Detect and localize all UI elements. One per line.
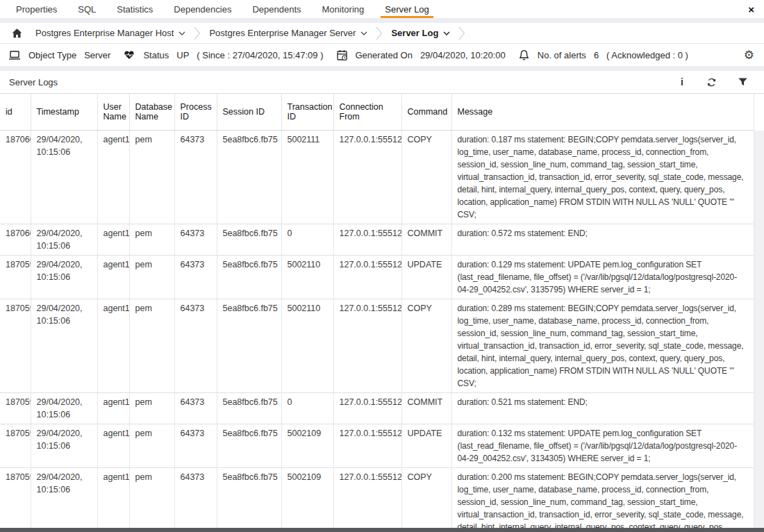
status-group: Status UP ( Since : 27/04/2020, 15:47:09… bbox=[123, 49, 323, 60]
vertical-scrollbar[interactable] bbox=[754, 131, 764, 528]
table-header-row: id Timestamp User Name Database Name Pro… bbox=[0, 94, 754, 130]
log-grid-container: id Timestamp User Name Database Name Pro… bbox=[0, 94, 764, 532]
cell-user-name: agent1 bbox=[97, 255, 129, 299]
cell-command: COPY bbox=[401, 130, 451, 224]
tab-properties[interactable]: Properties bbox=[6, 0, 67, 18]
column-header-timestamp[interactable]: Timestamp bbox=[31, 94, 97, 130]
cell-id: 1870601 bbox=[0, 130, 31, 224]
info-icon[interactable]: i bbox=[679, 76, 686, 88]
tab-statistics[interactable]: Statistics bbox=[106, 0, 163, 18]
cell-user-name: agent1 bbox=[97, 424, 129, 467]
column-header-user-name[interactable]: User Name bbox=[97, 94, 129, 130]
cell-timestamp: 29/04/2020, 10:15:06 bbox=[31, 130, 97, 224]
cell-session-id: 5ea8fbc6.fb75 bbox=[217, 424, 281, 467]
cell-process-id: 64373 bbox=[174, 392, 217, 424]
generated-on-label: Generated On bbox=[356, 50, 413, 60]
tab-label: Statistics bbox=[117, 4, 153, 15]
breadcrumb-item-host[interactable]: Postgres Enterprise Manager Host bbox=[27, 28, 194, 38]
pem-server-log-screen: Properties SQL Statistics Dependencies D… bbox=[0, 0, 764, 532]
cell-user-name: agent1 bbox=[97, 467, 129, 532]
table-row[interactable]: 1870597 29/04/2020, 10:15:06 agent1 pem … bbox=[0, 392, 754, 424]
chevron-down-icon bbox=[443, 31, 450, 35]
home-icon[interactable] bbox=[7, 28, 27, 39]
cell-connection-from: 127.0.0.1:55512 bbox=[333, 255, 401, 299]
cell-database-name: pem bbox=[129, 299, 174, 392]
column-header-session-id[interactable]: Session ID bbox=[217, 94, 281, 130]
server-logs-table: id Timestamp User Name Database Name Pro… bbox=[0, 94, 754, 532]
breadcrumb-separator-icon bbox=[458, 26, 465, 41]
bell-icon bbox=[518, 49, 530, 61]
breadcrumb-item-server[interactable]: Postgres Enterprise Manager Server bbox=[201, 28, 376, 38]
alerts-value: 6 bbox=[594, 50, 599, 60]
cell-user-name: agent1 bbox=[97, 392, 129, 424]
cell-message: duration: 0.132 ms statement: UPDATE pem… bbox=[451, 424, 754, 467]
cell-session-id: 5ea8fbc6.fb75 bbox=[217, 255, 281, 299]
column-header-connection-from[interactable]: Connection From bbox=[333, 94, 401, 130]
cell-user-name: agent1 bbox=[97, 224, 129, 255]
cell-command: UPDATE bbox=[401, 255, 451, 299]
cell-id: 1870595 bbox=[0, 467, 31, 532]
table-row[interactable]: 1870598 29/04/2020, 10:15:06 agent1 pem … bbox=[0, 299, 754, 392]
chevron-down-icon bbox=[178, 31, 185, 35]
cell-database-name: pem bbox=[129, 467, 174, 532]
tab-dependencies[interactable]: Dependencies bbox=[163, 0, 242, 18]
panel-header: Server Logs i bbox=[0, 71, 764, 94]
log-table-body: 1870601 29/04/2020, 10:15:06 agent1 pem … bbox=[0, 130, 754, 532]
tab-monitoring[interactable]: Monitoring bbox=[312, 0, 375, 18]
refresh-icon[interactable] bbox=[706, 77, 717, 88]
status-since: ( Since : 27/04/2020, 15:47:09 ) bbox=[197, 50, 323, 60]
cell-database-name: pem bbox=[129, 224, 174, 255]
cell-session-id: 5ea8fbc6.fb75 bbox=[217, 130, 281, 224]
cell-database-name: pem bbox=[129, 392, 174, 424]
status-value: UP bbox=[176, 50, 189, 60]
column-header-database-name[interactable]: Database Name bbox=[129, 94, 174, 130]
cell-transaction-id: 0 bbox=[281, 392, 333, 424]
table-row[interactable]: 1870600 29/04/2020, 10:15:06 agent1 pem … bbox=[0, 224, 754, 255]
tab-label: Dependents bbox=[252, 4, 301, 15]
cell-process-id: 64373 bbox=[174, 130, 217, 224]
object-type-group: Object Type Server bbox=[8, 50, 110, 60]
chevron-down-icon bbox=[360, 31, 367, 35]
section-divider bbox=[0, 66, 764, 71]
tab-dependents[interactable]: Dependents bbox=[242, 0, 311, 18]
table-row[interactable]: 1870596 29/04/2020, 10:15:06 agent1 pem … bbox=[0, 424, 754, 467]
alerts-group: No. of alerts 6 ( Acknowledged : 0 ) bbox=[518, 49, 688, 61]
column-header-id[interactable]: id bbox=[0, 94, 31, 130]
table-row[interactable]: 1870599 29/04/2020, 10:15:06 agent1 pem … bbox=[0, 255, 754, 299]
cell-transaction-id: 5002110 bbox=[281, 255, 333, 299]
status-bar: Object Type Server Status UP ( Since : 2… bbox=[0, 44, 764, 66]
alerts-ack: ( Acknowledged : 0 ) bbox=[606, 50, 688, 60]
cell-session-id: 5ea8fbc6.fb75 bbox=[217, 467, 281, 532]
cell-connection-from: 127.0.0.1:55512 bbox=[333, 424, 401, 467]
cell-connection-from: 127.0.0.1:55512 bbox=[333, 224, 401, 255]
gear-icon[interactable]: ⚙ bbox=[742, 49, 756, 61]
cell-id: 1870598 bbox=[0, 299, 31, 392]
breadcrumb-item-server-log[interactable]: Server Log bbox=[383, 28, 458, 38]
cell-id: 1870599 bbox=[0, 255, 31, 299]
cell-process-id: 64373 bbox=[174, 424, 217, 467]
table-row[interactable]: 1870595 29/04/2020, 10:15:06 agent1 pem … bbox=[0, 467, 754, 532]
tab-label: Server Log bbox=[385, 4, 429, 15]
cell-transaction-id: 0 bbox=[281, 224, 333, 255]
column-header-command[interactable]: Command bbox=[401, 94, 451, 130]
cell-connection-from: 127.0.0.1:55512 bbox=[333, 299, 401, 392]
column-header-message[interactable]: Message bbox=[451, 94, 754, 130]
status-label: Status bbox=[143, 50, 169, 60]
generated-on-group: Generated On 29/04/2020, 10:20:00 bbox=[336, 49, 506, 61]
tab-label: Properties bbox=[16, 4, 57, 15]
table-row[interactable]: 1870601 29/04/2020, 10:15:06 agent1 pem … bbox=[0, 130, 754, 224]
tab-server-log[interactable]: Server Log bbox=[374, 0, 440, 18]
cell-command: COPY bbox=[401, 299, 451, 392]
tab-sql[interactable]: SQL bbox=[67, 0, 106, 18]
cell-message: duration: 0.187 ms statement: BEGIN;COPY… bbox=[451, 130, 754, 224]
filter-icon[interactable] bbox=[738, 77, 748, 87]
column-header-process-id[interactable]: Process ID bbox=[174, 94, 217, 130]
horizontal-scrollbar[interactable] bbox=[0, 528, 764, 532]
cell-user-name: agent1 bbox=[97, 299, 129, 392]
breadcrumb-separator-icon bbox=[194, 26, 201, 41]
close-icon[interactable]: × bbox=[738, 0, 764, 18]
column-header-transaction-id[interactable]: Transaction ID bbox=[281, 94, 333, 130]
tab-label: Dependencies bbox=[174, 4, 231, 15]
breadcrumb-separator-icon bbox=[376, 26, 383, 41]
cell-database-name: pem bbox=[129, 130, 174, 224]
